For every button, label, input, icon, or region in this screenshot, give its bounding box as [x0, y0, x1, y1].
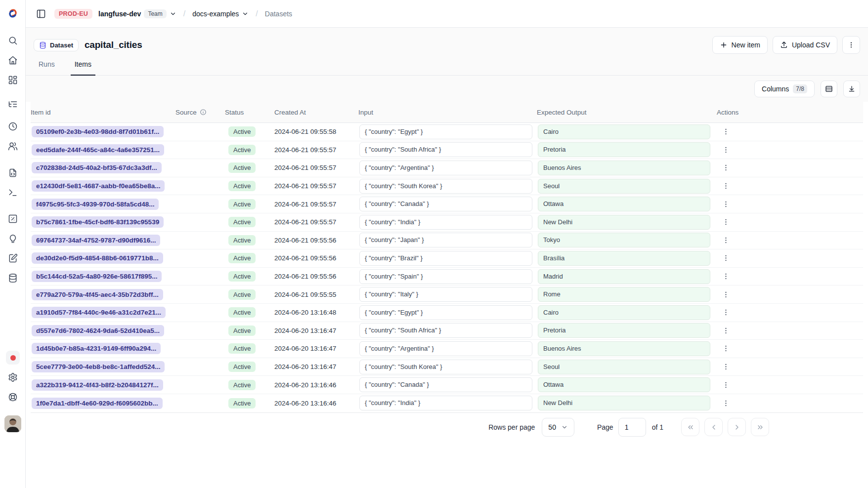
sessions-icon[interactable]: [5, 119, 21, 134]
home-icon[interactable]: [5, 52, 21, 68]
upload-csv-button[interactable]: Upload CSV: [773, 36, 837, 54]
col-header-input[interactable]: Input: [358, 109, 537, 116]
table-row[interactable]: b5c144cd-52a5-4a80-926e-58617f895... Act…: [31, 268, 863, 286]
item-id-badge[interactable]: b75c7861-1fbe-45cf-bdf6-83f139c95539: [32, 216, 164, 228]
dashboards-icon[interactable]: [5, 72, 21, 88]
row-actions-button[interactable]: [719, 198, 732, 210]
support-icon[interactable]: [5, 389, 21, 405]
export-button[interactable]: [843, 81, 860, 97]
prompts-icon[interactable]: [5, 165, 21, 181]
more-actions-button[interactable]: [842, 36, 860, 54]
table-row[interactable]: eed5dafe-244f-465c-a84c-4a6e357251... Ac…: [31, 141, 863, 160]
table-row[interactable]: 1d45b0e7-b85a-4231-9149-6ff90a294... Act…: [31, 340, 863, 358]
row-actions-button[interactable]: [719, 234, 732, 246]
table-row[interactable]: 1f0e7da1-dbff-4e60-929d-f6095602bb... Ac…: [31, 394, 863, 412]
input-value[interactable]: { "country": "South Korea" }: [359, 179, 532, 194]
table-row[interactable]: f4975c95-5fc3-4939-970d-58fa5cd48... Act…: [31, 195, 863, 213]
item-id-badge[interactable]: 5cee7779-3e00-4eb8-be8c-1affedd524...: [32, 361, 165, 372]
previous-page-button[interactable]: [704, 418, 723, 436]
item-id-badge[interactable]: d557e7d6-7802-4624-9da6-52d410ea5...: [32, 325, 164, 336]
input-value[interactable]: { "country": "South Africa" }: [359, 323, 532, 338]
row-actions-button[interactable]: [719, 125, 732, 138]
expected-output-value[interactable]: Cairo: [538, 124, 710, 139]
item-id-badge[interactable]: 1f0e7da1-dbff-4e60-929d-f6095602bb...: [32, 398, 163, 409]
chevron-down-icon[interactable]: [170, 10, 176, 17]
table-row[interactable]: de30d2e0-f5d9-4854-88b6-0619771b8... Act…: [31, 249, 863, 268]
first-page-button[interactable]: [681, 418, 699, 436]
page-number-input[interactable]: [618, 418, 646, 437]
row-actions-button[interactable]: [719, 361, 732, 373]
table-row[interactable]: a1910d57-7f84-440c-9e46-a31c2d7e21... Ac…: [31, 304, 863, 322]
expected-output-value[interactable]: Brasília: [538, 251, 710, 266]
expected-output-value[interactable]: Buenos Aires: [538, 161, 710, 175]
table-row[interactable]: 5cee7779-3e00-4eb8-be8c-1affedd524... Ac…: [31, 358, 863, 376]
expected-output-value[interactable]: Pretoria: [538, 142, 710, 157]
item-id-badge[interactable]: 05109ef0-2e3b-4e03-98dd-8f7d01b61f...: [32, 126, 164, 137]
input-value[interactable]: { "country": "India" }: [359, 215, 532, 230]
expected-output-value[interactable]: Tokyo: [538, 233, 710, 247]
table-row[interactable]: c702838d-24d5-40a2-bf35-67dc3a3df... Act…: [31, 159, 863, 177]
recording-status-dot[interactable]: [6, 351, 20, 365]
input-value[interactable]: { "country": "India" }: [359, 396, 532, 410]
item-id-badge[interactable]: de30d2e0-f5d9-4854-88b6-0619771b8...: [32, 252, 163, 264]
row-actions-button[interactable]: [719, 342, 732, 355]
next-page-button[interactable]: [728, 418, 746, 436]
expected-output-value[interactable]: Madrid: [538, 269, 710, 284]
item-id-badge[interactable]: e779a270-579a-4f45-aec4-35b72d3bff...: [32, 289, 163, 300]
row-actions-button[interactable]: [719, 216, 732, 229]
expected-output-value[interactable]: New Delhi: [538, 396, 710, 410]
evaluation-icon[interactable]: [5, 211, 21, 227]
expected-output-value[interactable]: Pretoria: [538, 323, 710, 338]
input-value[interactable]: { "country": "Egypt" }: [359, 305, 532, 320]
table-row[interactable]: 05109ef0-2e3b-4e03-98dd-8f7d01b61f... Ac…: [31, 123, 863, 141]
tab-runs[interactable]: Runs: [35, 58, 59, 76]
user-avatar[interactable]: [4, 415, 21, 432]
new-item-button[interactable]: New item: [712, 36, 768, 54]
langfuse-logo-icon[interactable]: [6, 7, 19, 20]
table-row[interactable]: e779a270-579a-4f45-aec4-35b72d3bff... Ac…: [31, 285, 863, 304]
item-id-badge[interactable]: a322b319-9412-4f43-b8f2-b20484127f...: [32, 379, 163, 391]
lightbulb-icon[interactable]: [5, 231, 21, 247]
input-value[interactable]: { "country": "Argentina" }: [359, 161, 532, 175]
expected-output-value[interactable]: Buenos Aires: [538, 341, 710, 356]
col-header-item-id[interactable]: Item id: [31, 109, 175, 116]
row-actions-button[interactable]: [719, 397, 732, 409]
search-icon[interactable]: [5, 33, 21, 48]
users-icon[interactable]: [5, 138, 21, 154]
table-row[interactable]: e12430df-5e81-4687-aabb-f0ea65be8a... Ac…: [31, 177, 863, 196]
input-value[interactable]: { "country": "Spain" }: [359, 269, 532, 284]
tab-items[interactable]: Items: [71, 58, 95, 76]
input-value[interactable]: { "country": "Japan" }: [359, 233, 532, 247]
input-value[interactable]: { "country": "Italy" }: [359, 287, 532, 302]
sidebar-toggle-icon[interactable]: [34, 6, 48, 21]
table-row[interactable]: 69764737-34af-4752-9787-d90df9616... Act…: [31, 232, 863, 250]
row-actions-button[interactable]: [719, 324, 732, 337]
item-id-badge[interactable]: f4975c95-5fc3-4939-970d-58fa5cd48...: [32, 199, 159, 210]
row-actions-button[interactable]: [719, 180, 732, 193]
playground-icon[interactable]: [5, 185, 21, 201]
settings-icon[interactable]: [5, 369, 21, 385]
rows-per-page-select[interactable]: 50: [542, 418, 574, 437]
table-row[interactable]: d557e7d6-7802-4624-9da6-52d410ea5... Act…: [31, 322, 863, 340]
input-value[interactable]: { "country": "South Africa" }: [359, 142, 532, 157]
item-id-badge[interactable]: 69764737-34af-4752-9787-d90df9616...: [32, 235, 160, 246]
expected-output-value[interactable]: New Delhi: [538, 215, 710, 230]
col-header-status[interactable]: Status: [225, 109, 274, 116]
tracing-icon[interactable]: [5, 96, 21, 112]
columns-button[interactable]: Columns 7/8: [754, 81, 815, 97]
item-id-badge[interactable]: b5c144cd-52a5-4a80-926e-58617f895...: [32, 271, 162, 282]
breadcrumb-current[interactable]: Datasets: [265, 10, 292, 18]
row-actions-button[interactable]: [719, 270, 732, 283]
datasets-icon[interactable]: [5, 270, 21, 286]
item-id-badge[interactable]: e12430df-5e81-4687-aabb-f0ea65be8a...: [32, 180, 165, 192]
input-value[interactable]: { "country": "Egypt" }: [359, 124, 532, 139]
expected-output-value[interactable]: Ottawa: [538, 197, 710, 211]
col-header-created-at[interactable]: Created At: [274, 109, 358, 116]
row-actions-button[interactable]: [719, 162, 732, 174]
chevron-down-icon[interactable]: [242, 10, 249, 17]
table-row[interactable]: b75c7861-1fbe-45cf-bdf6-83f139c95539 Act…: [31, 213, 863, 232]
input-value[interactable]: { "country": "Argentina" }: [359, 341, 532, 356]
expected-output-value[interactable]: Seoul: [538, 179, 710, 194]
row-actions-button[interactable]: [719, 378, 732, 391]
col-header-expected-output[interactable]: Expected Output: [537, 109, 716, 116]
